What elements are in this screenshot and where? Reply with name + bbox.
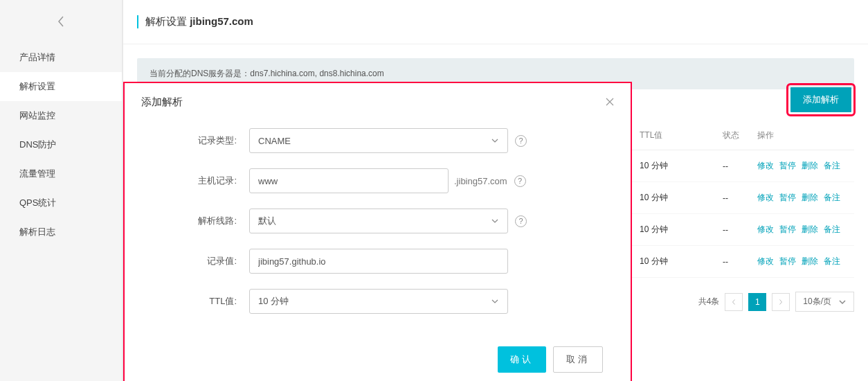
page-size-label: 10条/页 (803, 296, 831, 308)
action-remark[interactable]: 备注 (824, 161, 840, 170)
action-pause[interactable]: 暂停 (779, 224, 796, 234)
sidebar-item-label: 产品详情 (19, 52, 55, 62)
modal-header: 添加解析 (125, 83, 631, 121)
add-record-highlight: 添加解析 (786, 83, 856, 116)
cell-action: 修改暂停删除备注 (757, 256, 854, 267)
sidebar-item-product-detail[interactable]: 产品详情 (0, 43, 122, 72)
sidebar-item-website-monitor[interactable]: 网站监控 (0, 101, 122, 130)
action-delete[interactable]: 删除 (802, 256, 818, 266)
select-record-type[interactable]: CNAME (249, 128, 508, 153)
action-pause[interactable]: 暂停 (779, 161, 796, 170)
cell-action: 修改暂停删除备注 (757, 192, 854, 204)
chevron-left-icon (57, 16, 64, 27)
close-icon (606, 98, 614, 106)
action-modify[interactable]: 修改 (757, 256, 774, 266)
sidebar-item-label: 流量管理 (19, 168, 55, 179)
add-record-button[interactable]: 添加解析 (790, 87, 851, 112)
form-row-line: 解析线路: 默认 ? (152, 209, 603, 233)
confirm-button[interactable]: 确认 (498, 346, 546, 373)
action-modify[interactable]: 修改 (757, 224, 774, 234)
select-line-value: 默认 (258, 215, 276, 227)
add-record-modal: 添加解析 记录类型: CNAME ? 主机记录: .jibing57.com ?… (123, 82, 632, 381)
label-host: 主机记录: (152, 175, 249, 187)
sidebar-back-button[interactable] (0, 0, 122, 43)
th-action: 操作 (757, 130, 854, 141)
sidebar-item-traffic[interactable]: 流量管理 (0, 159, 122, 188)
action-remark[interactable]: 备注 (824, 256, 840, 266)
input-record-value[interactable] (249, 249, 508, 274)
sidebar-item-resolve-log[interactable]: 解析日志 (0, 218, 122, 247)
cell-action: 修改暂停删除备注 (757, 224, 854, 236)
modal-footer: 确认 取消 (125, 346, 631, 381)
chevron-down-icon (491, 217, 499, 225)
select-ttl-value: 10 分钟 (258, 295, 289, 308)
form-row-ttl: TTL值: 10 分钟 (152, 289, 603, 314)
modal-title: 添加解析 (141, 96, 183, 109)
page-header: 解析设置 jibing57.com (123, 0, 868, 44)
cell-ttl: 10 分钟 (640, 224, 723, 236)
help-icon[interactable]: ? (515, 135, 527, 147)
sidebar-item-label: DNS防护 (19, 139, 56, 150)
th-status: 状态 (723, 130, 757, 141)
cell-ttl: 10 分钟 (640, 192, 723, 204)
pagination-total: 共4条 (698, 296, 720, 308)
sidebar-item-label: QPS统计 (19, 197, 56, 208)
pagination-next[interactable] (772, 293, 790, 311)
chevron-left-icon (731, 299, 736, 305)
label-record-type: 记录类型: (152, 134, 249, 147)
sidebar-item-dns-protect[interactable]: DNS防护 (0, 130, 122, 159)
sidebar-item-resolve-settings[interactable]: 解析设置 (0, 72, 122, 101)
chevron-down-icon (491, 136, 499, 145)
modal-body: 记录类型: CNAME ? 主机记录: .jibing57.com ? 解析线路… (125, 121, 631, 346)
page-title-prefix: 解析设置 (145, 15, 187, 27)
host-domain-suffix: .jibing57.com (454, 176, 507, 186)
label-line: 解析线路: (152, 215, 249, 227)
cancel-button[interactable]: 取消 (553, 346, 603, 373)
action-remark[interactable]: 备注 (824, 224, 840, 234)
action-pause[interactable]: 暂停 (779, 193, 796, 202)
cell-action: 修改暂停删除备注 (757, 160, 854, 172)
select-line[interactable]: 默认 (249, 209, 508, 233)
cell-status: -- (723, 193, 757, 203)
modal-close-button[interactable] (606, 96, 614, 109)
action-delete[interactable]: 删除 (802, 193, 818, 202)
pagination-page-1[interactable]: 1 (748, 293, 766, 311)
page-title-domain: jibing57.com (190, 15, 253, 27)
action-remark[interactable]: 备注 (824, 193, 840, 202)
select-ttl[interactable]: 10 分钟 (249, 289, 508, 314)
input-host[interactable] (249, 168, 449, 193)
sidebar-item-label: 解析日志 (19, 227, 55, 237)
action-modify[interactable]: 修改 (757, 193, 774, 202)
pagination-prev[interactable] (725, 293, 743, 311)
form-row-record-value: 记录值: (152, 249, 603, 274)
action-delete[interactable]: 删除 (802, 161, 818, 170)
help-icon[interactable]: ? (514, 175, 526, 187)
chevron-down-icon (491, 297, 499, 305)
cell-ttl: 10 分钟 (640, 256, 723, 267)
action-delete[interactable]: 删除 (802, 224, 818, 234)
chevron-down-icon (838, 298, 847, 306)
pagination-page-size[interactable]: 10条/页 (795, 292, 854, 312)
cell-status: -- (723, 225, 757, 235)
cell-status: -- (723, 257, 757, 267)
sidebar: 产品详情 解析设置 网站监控 DNS防护 流量管理 QPS统计 解析日志 (0, 0, 123, 381)
sidebar-item-label: 解析设置 (19, 81, 55, 91)
action-pause[interactable]: 暂停 (779, 256, 796, 266)
page-title: 解析设置 jibing57.com (137, 15, 854, 28)
label-ttl: TTL值: (152, 295, 249, 308)
select-record-type-value: CNAME (258, 136, 291, 146)
th-ttl: TTL值 (640, 130, 723, 141)
action-modify[interactable]: 修改 (757, 161, 774, 170)
form-row-host: 主机记录: .jibing57.com ? (152, 168, 603, 193)
label-record-value: 记录值: (152, 255, 249, 267)
cell-status: -- (723, 161, 757, 171)
chevron-right-icon (778, 299, 784, 305)
form-row-record-type: 记录类型: CNAME ? (152, 128, 603, 153)
sidebar-item-label: 网站监控 (19, 110, 55, 121)
cell-ttl: 10 分钟 (640, 160, 723, 172)
sidebar-item-qps[interactable]: QPS统计 (0, 188, 122, 218)
help-icon[interactable]: ? (515, 215, 527, 227)
